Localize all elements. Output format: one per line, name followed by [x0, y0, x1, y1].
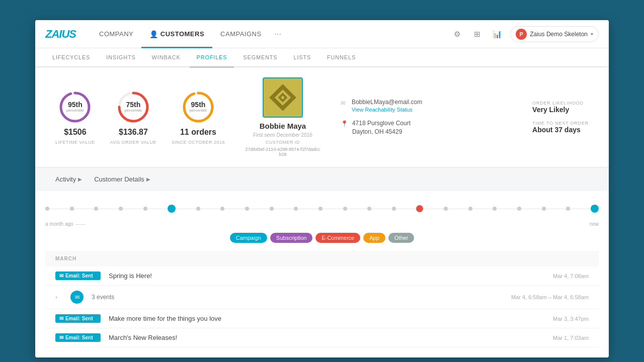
profile-name: Bobbie Maya	[260, 122, 306, 130]
nav-label-company: COMPANY	[99, 30, 133, 38]
address-info: 4718 Pursglove Court Dayton, OH 45429	[352, 119, 411, 136]
event-count-circle: ✉	[70, 291, 84, 304]
events-month: MARCH	[45, 251, 599, 266]
timeline-dot-10	[270, 207, 274, 211]
orders-desc: SINCE OCTOBER 2016	[172, 140, 225, 145]
subnav-lists[interactable]: LISTS	[287, 48, 318, 67]
event-badge-3: ✉ Email: Sent	[55, 314, 101, 323]
time-to-next-label: TIME TO NEXT ORDER	[532, 121, 589, 126]
filter-campaign[interactable]: Campaign	[230, 233, 267, 243]
event-row-2: › ✉ 3 events Mar 4, 6:58am – Mar 4, 6:58…	[45, 286, 599, 309]
events-section: MARCH ✉ Email: Sent Spring is Here! Mar …	[45, 251, 599, 347]
settings-button[interactable]: ⚙	[450, 27, 464, 41]
filter-other[interactable]: Other	[388, 233, 415, 243]
event-row-4: ✉ Email: Sent March's New Releases! Mar …	[45, 328, 599, 347]
tab-customer-details[interactable]: Customer Details ▶	[94, 175, 150, 183]
timeline-dot-21	[542, 207, 546, 211]
timeline-dot-5	[143, 207, 147, 211]
nav-item-company[interactable]: COMPANY	[91, 20, 141, 48]
timeline-dot-blue[interactable]	[168, 205, 176, 213]
timeline-dot-18	[468, 207, 472, 211]
email-row: ✉ BobbieLMaya@email.com View Reachabilit…	[341, 99, 441, 113]
profile-order-info: ORDER LIKELIHOOD Very Likely TIME TO NEX…	[532, 101, 589, 134]
event-time-4: Mar 1, 7:03am	[553, 335, 589, 341]
timeline-dot-1	[45, 207, 49, 211]
customer-id-label: CUSTOMER ID	[266, 140, 300, 145]
activity-tabs: Activity ▶ Customer Details ▶	[55, 175, 589, 183]
event-row-3: ✉ Email: Sent Make more time for the thi…	[45, 309, 599, 328]
timeline-dot-19	[493, 207, 497, 211]
timeline-dot-9	[245, 207, 249, 211]
nav-more-button[interactable]: ···	[270, 30, 286, 39]
event-name-3: Make more time for the things you love	[109, 315, 545, 322]
profile-first-seen: First seen December 2016	[253, 132, 312, 138]
timeline-dot-20	[517, 207, 521, 211]
chevron-down-icon: ▾	[591, 31, 593, 37]
order-likelihood-label: ORDER LIKELIHOOD	[532, 101, 589, 106]
lifetime-desc: LIFETIME VALUE	[55, 140, 95, 145]
subnav-profiles[interactable]: PROFILES	[190, 48, 234, 67]
subnav-segments[interactable]: SEGMENTS	[236, 48, 284, 67]
email-icon: ✉	[341, 100, 348, 107]
email-sent-icon-3: ✉	[59, 316, 63, 321]
timeline-dot-pink[interactable]	[416, 205, 423, 212]
app-logo: ZAIUS	[45, 28, 76, 41]
grid-button[interactable]: ⊞	[470, 27, 484, 41]
filter-subscription[interactable]: Subscription	[270, 233, 313, 243]
timeline-labels: a month ago —— now	[45, 221, 599, 227]
filter-app[interactable]: App	[363, 233, 385, 243]
event-row-1: ✉ Email: Sent Spring is Here! Mar 4, 7:0…	[45, 266, 599, 286]
gauge-text-lifetime: 95th percentile	[66, 101, 84, 113]
event-count-label: 3 events	[92, 294, 114, 301]
chart-button[interactable]: 📊	[490, 27, 504, 41]
timeline-dot-14	[367, 207, 371, 211]
timeline-dot-2	[70, 207, 74, 211]
nav-label-customers: CUSTOMERS	[160, 30, 204, 38]
event-badge-4: ✉ Email: Sent	[55, 333, 101, 342]
timeline-dot-13	[343, 207, 347, 211]
subnav-funnels[interactable]: FUNNELS	[320, 48, 363, 67]
order-likelihood-section: ORDER LIKELIHOOD Very Likely	[532, 101, 589, 114]
reachability-link[interactable]: View Reachability Status	[352, 107, 413, 113]
user-menu[interactable]: P Zaius Demo Skeleton ▾	[510, 26, 599, 42]
address-line1: 4718 Pursglove Court	[352, 119, 411, 128]
event-count-info: 3 events	[92, 294, 114, 301]
avatar-pattern	[264, 78, 302, 117]
lifetime-percentile-num: 95th	[66, 101, 84, 109]
gauge-avg-order: 75th percentile $136.87 AVG ORDER VALUE	[110, 89, 156, 145]
timeline-bar	[45, 201, 599, 216]
avg-percentile-label: percentile	[125, 109, 142, 113]
lifetime-value: $1506	[64, 128, 87, 137]
timeline-dot-3	[94, 207, 98, 211]
timeline-dot-8	[220, 207, 224, 211]
subnav-winback[interactable]: WINBACK	[145, 48, 188, 67]
avg-value: $136.87	[119, 128, 148, 137]
expand-button[interactable]: ›	[55, 294, 62, 301]
filter-ecommerce[interactable]: E-Commerce	[315, 233, 360, 243]
event-count-icon: ✉	[75, 294, 79, 301]
profile-center: Bobbie Maya First seen December 2016 CUS…	[245, 77, 320, 157]
activity-section: Activity ▶ Customer Details ▶	[35, 167, 609, 183]
nav-item-campaigns[interactable]: CAMPAIGNS	[212, 20, 270, 48]
timeline-dot-7	[196, 207, 200, 211]
subnav-insights[interactable]: INSIGHTS	[99, 48, 142, 67]
tab-activity[interactable]: Activity ▶	[55, 175, 82, 183]
time-to-next-section: TIME TO NEXT ORDER About 37 days	[532, 121, 589, 134]
gauge-text-avg: 75th percentile	[125, 101, 142, 113]
nav-items: COMPANY 👤 CUSTOMERS CAMPAIGNS ···	[91, 20, 450, 48]
user-name: Zaius Demo Skeleton	[530, 31, 588, 38]
orders-percentile-num: 95th	[190, 101, 207, 109]
nav-item-customers[interactable]: 👤 CUSTOMERS	[141, 20, 212, 48]
gauge-circle-avg: 75th percentile	[116, 89, 151, 125]
top-navigation: ZAIUS COMPANY 👤 CUSTOMERS CAMPAIGNS ··· …	[35, 20, 609, 48]
nav-right: ⚙ ⊞ 📊 P Zaius Demo Skeleton ▾	[450, 26, 599, 42]
activity-arrow-icon: ▶	[78, 176, 82, 182]
email-info: BobbieLMaya@email.com View Reachability …	[352, 99, 422, 113]
timeline-container: a month ago —— now Campaign Subscription…	[35, 191, 609, 357]
timeline-dot-12	[318, 207, 323, 211]
timeline-dot-teal[interactable]	[591, 205, 599, 213]
address-row: 📍 4718 Pursglove Court Dayton, OH 45429	[341, 119, 441, 136]
orders-value: 11 orders	[180, 128, 216, 137]
subnav-lifecycles[interactable]: LIFECYCLES	[45, 48, 97, 67]
gauge-circle-orders: 95th percentile	[181, 89, 216, 125]
